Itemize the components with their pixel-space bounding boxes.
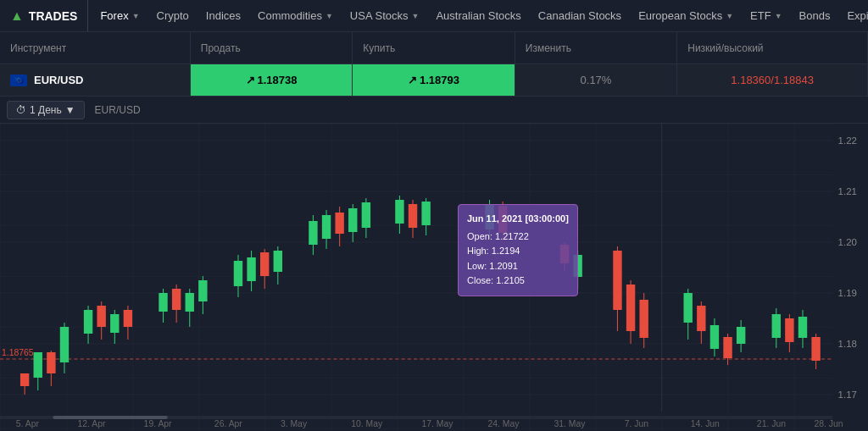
svg-text:31. May: 31. May	[554, 419, 587, 428]
svg-rect-86	[723, 337, 732, 358]
svg-text:1.18: 1.18	[838, 339, 857, 349]
svg-rect-84	[710, 325, 719, 349]
col-header-buy: Купить	[353, 32, 515, 64]
svg-rect-44	[247, 257, 255, 281]
svg-rect-1	[0, 124, 832, 431]
svg-text:24. May: 24. May	[487, 419, 520, 428]
svg-rect-26	[84, 310, 92, 334]
svg-text:14. Jun: 14. Jun	[691, 419, 720, 428]
svg-rect-78	[639, 300, 648, 338]
col-header-sell: Продать	[191, 32, 353, 64]
svg-rect-74	[613, 251, 621, 310]
nav-item-indices[interactable]: Indices	[198, 0, 249, 31]
nav-item-etf[interactable]: ETF ▼	[742, 0, 790, 31]
svg-text:7. Jun: 7. Jun	[625, 419, 648, 428]
buy-value-cell[interactable]: ↗ 1.18793	[353, 64, 515, 96]
col-header-change: Изменить	[515, 32, 677, 64]
nav-item-crypto[interactable]: Crypto	[148, 0, 198, 31]
instrument-name-cell: 🇪🇺 EUR/USD	[0, 64, 191, 96]
svg-rect-92	[785, 318, 793, 342]
svg-text:17. May: 17. May	[421, 419, 453, 428]
svg-text:26. Apr: 26. Apr	[214, 419, 243, 428]
tooltip-open: Open: 1.21722	[467, 229, 569, 245]
svg-rect-50	[309, 221, 317, 245]
svg-rect-48	[274, 251, 282, 272]
european-stocks-dropdown-arrow: ▼	[726, 12, 733, 20]
sell-arrow: ↗	[246, 74, 255, 86]
high-price: 1.18843	[774, 74, 814, 86]
svg-rect-60	[395, 200, 403, 224]
svg-rect-30	[110, 314, 119, 333]
tooltip-open-value: 1.21722	[495, 231, 529, 241]
sell-price: 1.18738	[258, 74, 298, 86]
svg-rect-58	[362, 202, 370, 228]
svg-rect-46	[260, 252, 269, 276]
svg-rect-56	[348, 208, 357, 232]
svg-text:5. Apr: 5. Apr	[16, 419, 40, 428]
svg-rect-82	[697, 306, 705, 331]
instrument-table-header: Инструмент Продать Купить Изменить Низки…	[0, 32, 868, 64]
svg-rect-54	[335, 213, 343, 234]
svg-rect-52	[322, 215, 331, 239]
nav-item-canadian-stocks[interactable]: Canadian Stocks	[530, 0, 630, 31]
low-price: 1.18360	[731, 74, 771, 86]
svg-rect-32	[124, 310, 132, 327]
svg-rect-42	[234, 261, 242, 286]
svg-text:1.18765: 1.18765	[2, 348, 34, 357]
nav-item-bonds[interactable]: Bonds	[791, 0, 839, 31]
svg-text:1.20: 1.20	[838, 237, 857, 247]
svg-rect-36	[172, 289, 181, 310]
chart-tooltip: Jun 11, 2021 [03:00:00] Open: 1.21722 Hi…	[458, 204, 578, 296]
svg-text:21. Jun: 21. Jun	[757, 419, 786, 428]
svg-rect-38	[186, 293, 194, 312]
svg-rect-24	[60, 327, 69, 362]
commodities-dropdown-arrow: ▼	[326, 12, 333, 20]
nav-item-expired[interactable]: Expired	[838, 0, 868, 31]
svg-text:1.19: 1.19	[838, 288, 857, 298]
tooltip-high: High: 1.2194	[467, 244, 569, 259]
timeframe-selector[interactable]: ⏱ 1 День ▼	[7, 101, 85, 119]
svg-text:1.21: 1.21	[838, 186, 857, 196]
change-percent: 0.17%	[581, 74, 612, 86]
svg-rect-20	[34, 352, 42, 378]
tooltip-close-label: Close:	[467, 275, 493, 285]
top-navigation: ▲ TRADES Forex ▼ Crypto Indices Commodit…	[0, 0, 868, 32]
svg-text:10. May: 10. May	[351, 419, 383, 428]
col-header-lowhigh: Низкий/высокий	[677, 32, 868, 64]
nav-item-forex[interactable]: Forex ▼	[92, 0, 147, 31]
svg-rect-111	[53, 416, 167, 419]
svg-text:3. May: 3. May	[281, 419, 308, 428]
tooltip-close-value: 1.2105	[496, 275, 525, 285]
tooltip-low: Low: 1.2091	[467, 259, 569, 274]
etf-dropdown-arrow: ▼	[775, 12, 782, 20]
tooltip-high-label: High:	[467, 246, 489, 256]
forex-dropdown-arrow: ▼	[132, 12, 140, 20]
svg-text:12. Apr: 12. Apr	[78, 419, 107, 428]
clock-icon: ⏱	[16, 104, 26, 116]
svg-rect-34	[159, 293, 167, 312]
svg-rect-80	[684, 293, 693, 323]
col-header-instrument: Инструмент	[0, 32, 191, 64]
sell-value-cell[interactable]: ↗ 1.18738	[191, 64, 353, 96]
nav-item-australian-stocks[interactable]: Australian Stocks	[427, 0, 529, 31]
logo-text: TRADES	[29, 9, 78, 23]
timeframe-row: ⏱ 1 День ▼ EUR/USD	[0, 97, 868, 124]
nav-item-usa-stocks[interactable]: USA Stocks ▼	[342, 0, 428, 31]
usa-stocks-dropdown-arrow: ▼	[411, 12, 419, 20]
tooltip-open-label: Open:	[467, 231, 492, 241]
buy-price: 1.18793	[420, 74, 459, 86]
instrument-data-row[interactable]: 🇪🇺 EUR/USD ↗ 1.18738 ↗ 1.18793 0.17% 1.1…	[0, 64, 868, 97]
lowhigh-value-cell: 1.18360 / 1.18843	[677, 64, 868, 96]
svg-rect-22	[47, 352, 55, 373]
timeframe-arrow: ▼	[65, 104, 75, 116]
nav-item-european-stocks[interactable]: European Stocks ▼	[630, 0, 742, 31]
logo: ▲ TRADES	[7, 0, 88, 31]
svg-rect-62	[409, 204, 417, 228]
svg-text:19. Apr: 19. Apr	[144, 419, 173, 428]
svg-text:1.22: 1.22	[838, 135, 857, 146]
chart-container: 1.22 1.21 1.20 1.19 1.18 1.17 1.18765	[0, 124, 868, 431]
timeframe-label: 1 День	[30, 104, 62, 116]
chart-title-label: EUR/USD	[95, 104, 141, 116]
nav-item-commodities[interactable]: Commodities ▼	[249, 0, 342, 31]
tooltip-close: Close: 1.2105	[467, 274, 569, 289]
